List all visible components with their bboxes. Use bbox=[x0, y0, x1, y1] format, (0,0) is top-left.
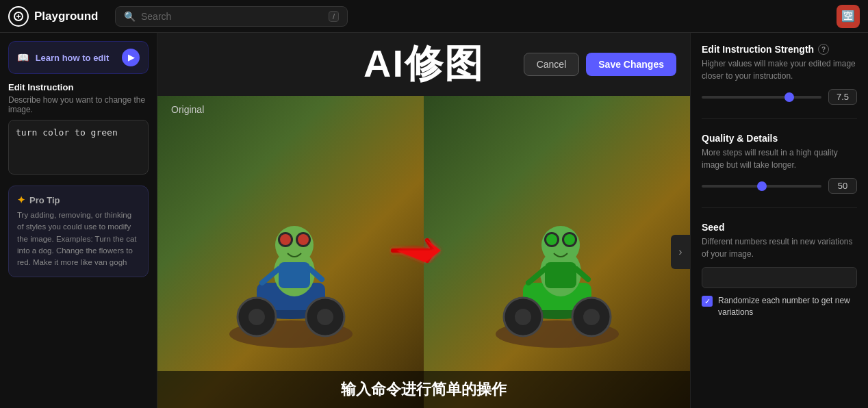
fake-image: 输入命令进行简单的操作 bbox=[157, 96, 690, 408]
quality-slider-container: 50 bbox=[702, 178, 857, 194]
pro-tip-label: Pro Tip bbox=[29, 195, 60, 205]
svg-point-21 bbox=[583, 309, 600, 325]
edit-instruction-title: Edit Instruction bbox=[8, 82, 149, 92]
avatar[interactable]: 🈳 bbox=[837, 5, 860, 28]
sidebar: 📖 Learn how to edit ▶ Edit Instruction D… bbox=[0, 33, 157, 408]
strength-slider-container: 7.5 bbox=[702, 89, 857, 105]
svg-point-11 bbox=[280, 234, 291, 245]
randomize-label: Randomize each number to get new variati… bbox=[718, 295, 857, 318]
frog-right-panel bbox=[424, 96, 690, 408]
search-icon: 🔍 bbox=[124, 11, 136, 22]
svg-rect-14 bbox=[279, 262, 310, 288]
logo-icon bbox=[8, 6, 29, 27]
edit-instruction-subtitle: Describe how you want to change the imag… bbox=[8, 95, 149, 114]
svg-point-7 bbox=[248, 309, 265, 325]
frog-scene bbox=[157, 96, 690, 408]
strength-slider[interactable] bbox=[702, 96, 821, 99]
header: Playground 🔍 / 🈳 bbox=[0, 0, 868, 33]
learn-how-label: Learn how to edit bbox=[36, 53, 110, 63]
save-changes-button[interactable]: Save Changes bbox=[586, 53, 676, 76]
svg-point-23 bbox=[515, 309, 531, 325]
seed-section: Seed Different numbers result in new var… bbox=[702, 222, 857, 318]
canvas-title: AI修图 bbox=[363, 38, 484, 90]
seed-title: Seed bbox=[702, 222, 857, 233]
canvas-image-area: Original bbox=[157, 96, 690, 408]
frog-blue-svg bbox=[222, 156, 359, 348]
canvas-area: AI修图 Cancel Save Changes Original bbox=[157, 33, 690, 408]
main-layout: 📖 Learn how to edit ▶ Edit Instruction D… bbox=[0, 33, 868, 408]
edit-instruction-section: Edit Instruction Describe how you want t… bbox=[8, 82, 149, 177]
right-panel: Edit Instruction Strength ? Higher value… bbox=[690, 33, 868, 408]
svg-point-13 bbox=[298, 234, 309, 245]
book-icon: 📖 bbox=[17, 52, 29, 63]
canvas-top-bar: AI修图 Cancel Save Changes bbox=[157, 33, 690, 96]
randomize-checkbox[interactable] bbox=[702, 296, 713, 307]
svg-point-29 bbox=[564, 234, 575, 245]
original-label: Original bbox=[171, 104, 204, 115]
quality-value: 50 bbox=[828, 178, 857, 194]
cancel-button[interactable]: Cancel bbox=[524, 53, 580, 76]
quality-title: Quality & Details bbox=[702, 133, 857, 144]
canvas-actions: Cancel Save Changes bbox=[524, 53, 676, 76]
play-icon: ▶ bbox=[122, 49, 140, 66]
search-input[interactable] bbox=[141, 11, 323, 22]
quality-slider[interactable] bbox=[702, 185, 821, 188]
strength-title: Edit Instruction Strength ? bbox=[702, 44, 857, 55]
bottom-overlay: 输入命令进行简单的操作 bbox=[157, 371, 690, 408]
logo: Playground bbox=[8, 6, 104, 27]
randomize-row: Randomize each number to get new variati… bbox=[702, 295, 857, 318]
search-kbd: / bbox=[329, 11, 339, 22]
seed-desc: Different numbers result in new variatio… bbox=[702, 235, 857, 260]
divider-2 bbox=[702, 207, 857, 208]
learn-how-button[interactable]: 📖 Learn how to edit ▶ bbox=[8, 41, 149, 74]
strength-value: 7.5 bbox=[828, 89, 857, 105]
svg-point-27 bbox=[546, 234, 557, 245]
star-icon: ✦ bbox=[17, 194, 25, 205]
divider-1 bbox=[702, 118, 857, 119]
instruction-textarea[interactable]: turn color to green bbox=[8, 120, 149, 175]
frog-left-panel bbox=[157, 96, 424, 408]
seed-input[interactable] bbox=[702, 267, 857, 288]
quality-desc: More steps will result in a high quality… bbox=[702, 146, 857, 171]
strength-section: Edit Instruction Strength ? Higher value… bbox=[702, 44, 857, 105]
search-bar[interactable]: 🔍 / bbox=[115, 6, 348, 27]
pro-tip-title: ✦ Pro Tip bbox=[17, 194, 140, 205]
logo-text: Playground bbox=[34, 10, 99, 23]
canvas-right-chevron[interactable]: › bbox=[671, 235, 690, 269]
quality-section: Quality & Details More steps will result… bbox=[702, 133, 857, 194]
strength-help-icon[interactable]: ? bbox=[818, 44, 829, 55]
pro-tip-box: ✦ Pro Tip Try adding, removing, or think… bbox=[8, 186, 149, 277]
pro-tip-text: Try adding, removing, or thinking of sty… bbox=[17, 209, 140, 268]
svg-point-5 bbox=[317, 309, 333, 325]
strength-desc: Higher values will make your edited imag… bbox=[702, 58, 857, 82]
svg-rect-30 bbox=[545, 262, 576, 288]
frog-green-svg bbox=[489, 156, 626, 348]
